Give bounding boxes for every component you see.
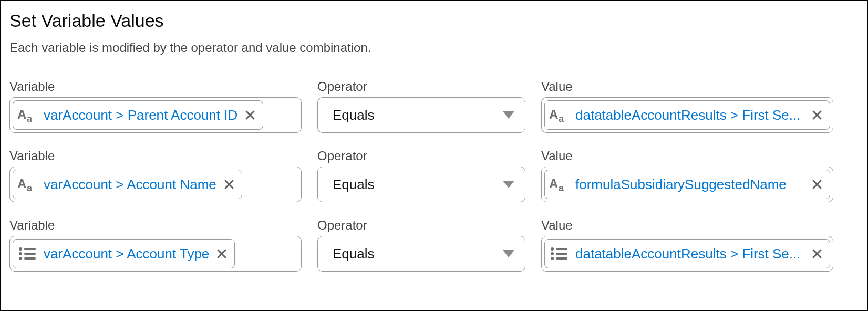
text-type-icon: A a bbox=[547, 173, 570, 196]
svg-rect-32 bbox=[556, 257, 567, 260]
variable-field[interactable]: A a varAccount > Account Name bbox=[9, 167, 302, 202]
section-description: Each variable is modified by the operato… bbox=[9, 40, 859, 55]
operator-select[interactable]: Equals bbox=[317, 236, 525, 272]
value-token-text: datatableAccountResults > First Se... bbox=[575, 246, 804, 262]
operator-column: Operator Equals bbox=[317, 79, 525, 133]
svg-text:a: a bbox=[27, 113, 33, 123]
svg-point-29 bbox=[551, 252, 554, 255]
picklist-type-icon bbox=[547, 242, 570, 265]
svg-text:a: a bbox=[27, 183, 33, 192]
operator-column: Operator Equals bbox=[317, 218, 525, 272]
value-token[interactable]: A a datatableAccountResults > First Se..… bbox=[544, 100, 830, 130]
variable-label: Variable bbox=[9, 79, 302, 94]
operator-label: Operator bbox=[317, 79, 525, 94]
variable-label: Variable bbox=[9, 218, 302, 233]
variable-token-text: varAccount > Account Name bbox=[44, 177, 216, 193]
value-token-text: datatableAccountResults > First Se... bbox=[575, 107, 804, 123]
variable-field[interactable]: A a varAccount > Parent Account ID bbox=[9, 97, 302, 133]
variable-field[interactable]: varAccount > Account Type bbox=[9, 236, 302, 272]
assignment-row: Variable A a varAccount > Parent Account… bbox=[9, 79, 859, 133]
value-label: Value bbox=[541, 218, 833, 233]
svg-rect-21 bbox=[24, 253, 36, 255]
variable-token[interactable]: varAccount > Account Type bbox=[13, 239, 235, 268]
set-variable-values-panel: Set Variable Values Each variable is mod… bbox=[0, 0, 868, 311]
value-field[interactable]: datatableAccountResults > First Se... bbox=[541, 236, 833, 272]
value-token[interactable]: A a formulaSubsidiarySuggestedName bbox=[544, 170, 830, 199]
svg-marker-13 bbox=[503, 181, 514, 188]
svg-rect-30 bbox=[556, 253, 567, 255]
chevron-down-icon bbox=[503, 111, 514, 119]
value-field[interactable]: A a datatableAccountResults > First Se..… bbox=[541, 97, 833, 133]
variable-token-text: varAccount > Account Type bbox=[44, 246, 209, 262]
svg-text:a: a bbox=[559, 183, 564, 192]
operator-column: Operator Equals bbox=[317, 149, 525, 202]
variable-column: Variable varAccount > Account Type bbox=[9, 218, 302, 272]
variable-token[interactable]: A a varAccount > Account Name bbox=[13, 170, 242, 199]
value-column: Value A a datatableAccountResults > Firs… bbox=[541, 79, 833, 133]
svg-marker-26 bbox=[503, 250, 514, 257]
value-label: Value bbox=[541, 79, 833, 94]
text-type-icon: A a bbox=[547, 103, 570, 127]
operator-select[interactable]: Equals bbox=[317, 167, 525, 202]
svg-point-20 bbox=[19, 252, 22, 255]
text-type-icon: A a bbox=[15, 103, 38, 127]
svg-rect-23 bbox=[24, 257, 36, 260]
variable-token[interactable]: A a varAccount > Parent Account ID bbox=[13, 100, 263, 130]
operator-label: Operator bbox=[317, 149, 525, 163]
svg-point-22 bbox=[19, 257, 22, 260]
svg-text:a: a bbox=[559, 113, 564, 123]
variable-token-text: varAccount > Parent Account ID bbox=[44, 107, 237, 123]
chevron-down-icon bbox=[503, 181, 514, 188]
variable-label: Variable bbox=[9, 149, 302, 163]
remove-token-button[interactable] bbox=[222, 179, 236, 190]
value-token-text: formulaSubsidiarySuggestedName bbox=[575, 177, 804, 193]
svg-point-31 bbox=[551, 257, 554, 260]
svg-rect-19 bbox=[24, 248, 36, 250]
svg-text:A: A bbox=[17, 177, 26, 191]
operator-value: Equals bbox=[333, 246, 503, 262]
svg-point-18 bbox=[19, 247, 22, 251]
svg-text:A: A bbox=[17, 107, 26, 121]
svg-rect-28 bbox=[556, 248, 567, 250]
svg-point-27 bbox=[551, 247, 554, 251]
text-type-icon: A a bbox=[15, 173, 38, 196]
assignment-row: Variable A a varAccount > Account Name bbox=[9, 149, 859, 202]
value-column: Value A a formulaSubsidiarySuggestedName bbox=[541, 149, 833, 202]
remove-token-button[interactable] bbox=[810, 110, 824, 120]
variable-column: Variable A a varAccount > Parent Account… bbox=[9, 79, 302, 133]
remove-token-button[interactable] bbox=[214, 248, 229, 259]
operator-select[interactable]: Equals bbox=[317, 97, 525, 133]
remove-token-button[interactable] bbox=[243, 110, 257, 120]
variable-column: Variable A a varAccount > Account Name bbox=[9, 149, 302, 202]
picklist-type-icon bbox=[15, 242, 38, 265]
value-label: Value bbox=[541, 149, 833, 163]
assignment-row: Variable varAccount > Account Type bbox=[9, 218, 859, 272]
section-title: Set Variable Values bbox=[9, 11, 859, 31]
svg-text:A: A bbox=[549, 177, 558, 191]
operator-label: Operator bbox=[317, 218, 525, 233]
remove-token-button[interactable] bbox=[810, 179, 824, 190]
value-field[interactable]: A a formulaSubsidiarySuggestedName bbox=[541, 167, 833, 202]
svg-marker-4 bbox=[503, 111, 514, 119]
remove-token-button[interactable] bbox=[810, 248, 824, 259]
value-column: Value datatableAccountResults > Firs bbox=[541, 218, 833, 272]
svg-text:A: A bbox=[549, 107, 558, 121]
chevron-down-icon bbox=[503, 250, 514, 257]
value-token[interactable]: datatableAccountResults > First Se... bbox=[544, 239, 830, 268]
operator-value: Equals bbox=[333, 177, 503, 193]
operator-value: Equals bbox=[333, 107, 503, 123]
